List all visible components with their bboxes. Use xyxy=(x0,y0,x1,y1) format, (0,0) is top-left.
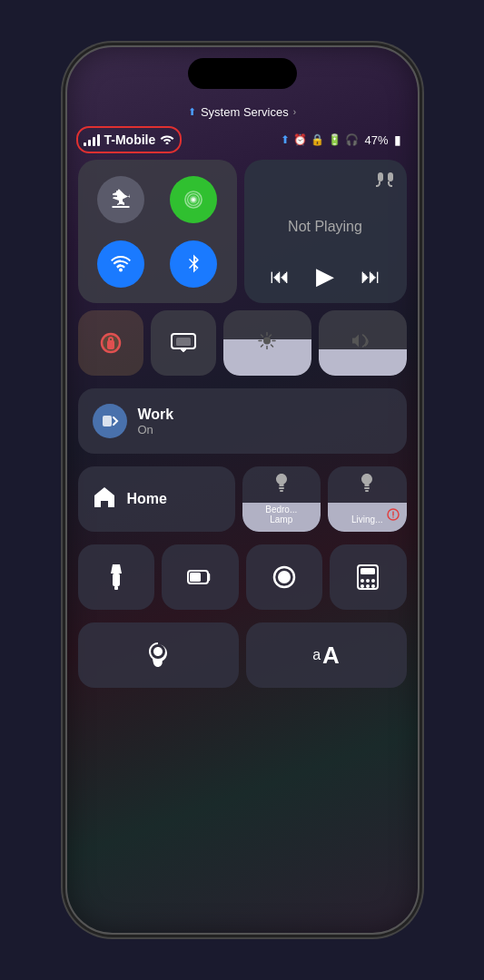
volume-slider[interactable] xyxy=(319,310,407,376)
svg-point-30 xyxy=(366,584,370,588)
svg-rect-14 xyxy=(365,490,369,492)
location-icon: ⬆ xyxy=(188,106,196,118)
wifi-button[interactable] xyxy=(97,240,144,288)
row2 xyxy=(78,310,407,381)
svg-point-26 xyxy=(361,579,364,583)
carrier-left: T-Mobile xyxy=(84,132,175,148)
signal-bar-3 xyxy=(93,137,95,146)
connectivity-panel xyxy=(78,160,237,303)
text-size-small-a: a xyxy=(312,647,321,663)
battery-percent: 47% xyxy=(364,133,388,147)
airplane-mode-button[interactable] xyxy=(97,176,144,223)
dynamic-island xyxy=(188,58,297,89)
svg-rect-11 xyxy=(279,487,284,489)
hearing-button[interactable] xyxy=(78,622,239,688)
svg-rect-19 xyxy=(114,586,118,590)
bluetooth-button[interactable] xyxy=(170,240,217,288)
bedroom-lamp-button[interactable]: Bedro...Lamp xyxy=(242,466,321,532)
screen-mirror-button[interactable] xyxy=(151,310,216,376)
svg-rect-8 xyxy=(176,338,191,346)
now-playing-title: Not Playing xyxy=(257,191,394,262)
system-services-label: System Services xyxy=(201,105,289,119)
battery-status-button[interactable] xyxy=(162,544,239,610)
play-button[interactable]: ▶ xyxy=(316,262,334,290)
screen-record-button[interactable] xyxy=(246,544,323,610)
control-center: Not Playing ⏮ ▶ ⏭ xyxy=(78,160,407,915)
battery-icon-small: 🔋 xyxy=(328,133,341,146)
focus-text: Work On xyxy=(138,407,174,436)
row1: Not Playing ⏮ ▶ ⏭ xyxy=(78,160,407,303)
bedroom-light-icon xyxy=(273,474,290,500)
living-light-icon xyxy=(359,474,375,500)
rotation-lock-icon: 🔒 xyxy=(311,133,324,146)
wifi-icon xyxy=(160,132,174,148)
calculator-button[interactable] xyxy=(330,544,407,610)
svg-rect-21 xyxy=(190,573,201,582)
volume-icon xyxy=(352,333,372,354)
focus-mode-button[interactable]: Work On xyxy=(78,388,407,454)
home-button[interactable]: Home xyxy=(78,466,235,532)
screen-orientation-lock-button[interactable] xyxy=(78,310,143,376)
living-lamp-label: Living... xyxy=(351,514,382,524)
carrier-bar: T-Mobile ⬆ ⏰ 🔒 🔋 🎧 47% ▮ xyxy=(67,127,418,152)
signal-bars xyxy=(84,133,100,146)
svg-point-31 xyxy=(371,584,375,588)
status-bar: ⬆ System Services › xyxy=(67,98,418,125)
row3: Work On xyxy=(78,388,407,459)
signal-bar-1 xyxy=(84,142,86,146)
brightness-icon xyxy=(258,332,276,355)
signal-bar-4 xyxy=(97,134,100,146)
volume-fill xyxy=(319,349,407,376)
cellular-data-button[interactable] xyxy=(170,176,217,223)
signal-bar-2 xyxy=(88,140,91,146)
text-size-large-a: A xyxy=(322,642,340,670)
flashlight-button[interactable] xyxy=(78,544,155,610)
chevron-icon: › xyxy=(293,107,296,117)
row4: Home Bedro...Lamp xyxy=(78,466,407,537)
svg-rect-18 xyxy=(113,573,120,586)
carrier-right: ⬆ ⏰ 🔒 🔋 🎧 47% ▮ xyxy=(281,132,400,147)
svg-point-28 xyxy=(371,579,375,583)
status-icons: ⬆ ⏰ 🔒 🔋 🎧 xyxy=(281,133,359,146)
nav-icon: ⬆ xyxy=(281,133,290,146)
svg-point-2 xyxy=(192,198,194,201)
home-icon xyxy=(93,485,116,513)
svg-point-29 xyxy=(361,584,364,588)
svg-point-9 xyxy=(263,338,271,345)
now-playing-panel[interactable]: Not Playing ⏮ ▶ ⏭ xyxy=(244,160,407,303)
svg-rect-12 xyxy=(280,490,283,492)
bedroom-lamp-label: Bedro...Lamp xyxy=(265,505,297,524)
text-size-button[interactable]: a A xyxy=(246,622,407,688)
media-controls: ⏮ ▶ ⏭ xyxy=(257,262,394,290)
status-bar-center: ⬆ System Services › xyxy=(188,105,296,119)
living-lamp-button[interactable]: Living... xyxy=(328,466,407,532)
focus-sublabel: On xyxy=(138,423,174,436)
svg-point-17 xyxy=(392,516,394,518)
svg-rect-13 xyxy=(364,487,370,489)
battery-bar: ▮ xyxy=(394,132,401,147)
brightness-slider[interactable] xyxy=(223,310,311,376)
now-playing-top xyxy=(257,172,394,191)
airpods-icon xyxy=(374,172,394,191)
svg-rect-10 xyxy=(103,416,112,426)
focus-icon xyxy=(93,404,127,438)
row5 xyxy=(78,544,407,615)
svg-rect-25 xyxy=(361,568,375,574)
carrier-name: T-Mobile xyxy=(104,132,156,147)
phone-frame: ⬆ System Services › T-Mobile xyxy=(65,45,420,935)
focus-label: Work xyxy=(138,407,174,423)
home-label: Home xyxy=(127,491,167,507)
svg-point-27 xyxy=(366,579,370,583)
headphones-icon: 🎧 xyxy=(345,133,359,146)
row6: a A xyxy=(78,622,407,693)
rewind-button[interactable]: ⏮ xyxy=(270,265,290,289)
fast-forward-button[interactable]: ⏭ xyxy=(361,265,380,289)
svg-point-23 xyxy=(278,571,291,583)
alarm-icon: ⏰ xyxy=(293,133,307,146)
